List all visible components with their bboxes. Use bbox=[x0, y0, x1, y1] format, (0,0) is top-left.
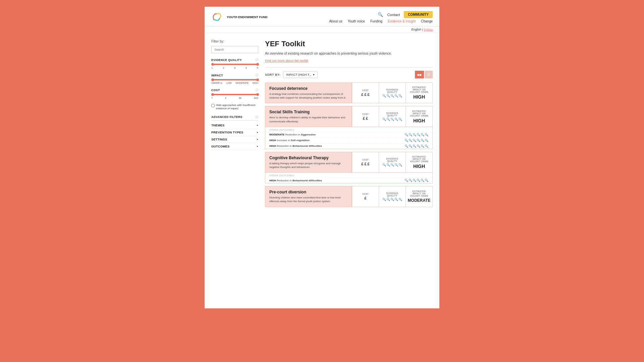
themes-label: THEMES bbox=[211, 124, 224, 127]
eq-metric-precourt: EVIDENCE QUALITY 🔍 🔍 🔍 🔍 🔍 bbox=[379, 186, 406, 206]
themes-filter-group[interactable]: THEMES ▸ bbox=[211, 122, 258, 129]
impact-label: IMPACT bbox=[211, 74, 223, 77]
sidebar: Filter by: EVIDENCE QUALITY ⓘ 12345 bbox=[211, 40, 258, 210]
page-container: YOUTH ENDOWMENT FUND 🔍 Contact COMMUNITY… bbox=[205, 7, 439, 308]
mag5: 🔍 bbox=[398, 118, 402, 121]
card-cbt-info[interactable]: Cognitive Behavioural Therapy A talking … bbox=[265, 152, 352, 172]
outcomes-label: OUTCOMES bbox=[211, 145, 229, 148]
content-area: YEF Toolkit An overview of existing rese… bbox=[265, 40, 433, 210]
hide-insufficient-checkbox[interactable] bbox=[211, 104, 215, 107]
prevention-types-filter-group[interactable]: PREVENTION TYPES ▸ bbox=[211, 129, 258, 136]
settings-chevron-icon: ▸ bbox=[257, 138, 258, 141]
hide-insufficient-checkbox-area: Hide approaches with Insufficient eviden… bbox=[211, 104, 258, 111]
card-social-skills-info[interactable]: Social Skills Training Aims to develop c… bbox=[265, 106, 352, 126]
sort-dropdown-arrow-icon: ▾ bbox=[313, 73, 315, 76]
nav-change[interactable]: Change bbox=[421, 19, 433, 23]
impact-value-cbt: HIGH bbox=[413, 164, 425, 169]
grid-view-button[interactable]: ■■ bbox=[415, 71, 424, 78]
settings-label: SETTINGS bbox=[211, 138, 227, 141]
advanced-filters-label: ADVANCED FILTERS bbox=[211, 115, 243, 119]
header-right: 🔍 Contact COMMUNITY About us Youth voice… bbox=[329, 11, 433, 23]
outcome-eq-behavioural: 🔍 🔍 🔍 🔍 🔍 🔍 bbox=[405, 144, 428, 148]
impact-metric-social-skills: ESTIMATED IMPACT ON VIOLENT CRIME HIGH bbox=[406, 106, 432, 126]
impact-metric-focused-deterrence: ESTIMATED IMPACT ON VIOLENT CRIME HIGH bbox=[406, 83, 432, 103]
card-cbt-desc: A talking therapy which helps people rec… bbox=[269, 162, 347, 169]
card-cbt: Cognitive Behavioural Therapy A talking … bbox=[265, 152, 433, 183]
card-focused-deterrence-info[interactable]: Focused deterrence A strategy that combi… bbox=[265, 83, 352, 103]
cost-info-icon[interactable]: ⓘ bbox=[256, 88, 258, 92]
other-outcomes-social-skills: OTHER OUTCOMES MODERATE Reduction in Agg… bbox=[265, 127, 432, 149]
card-social-skills-desc: Aims to develop children's ability to re… bbox=[269, 116, 347, 123]
nav-youth-voice[interactable]: Youth voice bbox=[348, 19, 365, 23]
evidence-quality-filter: EVIDENCE QUALITY ⓘ 12345 bbox=[211, 58, 258, 69]
eq-metric-focused-deterrence: EVIDENCE QUALITY 🔍 🔍 🔍 🔍 🔍 bbox=[379, 83, 406, 103]
mag1: 🔍 bbox=[382, 118, 386, 121]
logo-text: YOUTH ENDOWMENT FUND bbox=[227, 15, 268, 19]
prevention-types-chevron-icon: ▸ bbox=[257, 131, 258, 134]
settings-filter-group[interactable]: SETTINGS ▸ bbox=[211, 136, 258, 143]
list-view-button[interactable]: ☰ bbox=[425, 71, 433, 78]
nav-evidence[interactable]: Evidence & Insight bbox=[388, 19, 416, 23]
search-input[interactable] bbox=[211, 46, 258, 53]
advanced-filters-info-icon[interactable]: ⓘ bbox=[256, 115, 258, 119]
cost-labels: ?££££££ bbox=[211, 97, 258, 100]
impact-info-icon[interactable]: ⓘ bbox=[256, 73, 258, 77]
evidence-quality-slider[interactable] bbox=[211, 64, 258, 65]
filter-by-label: Filter by: bbox=[211, 40, 258, 43]
cost-metric-cbt: COST £ £ £ bbox=[352, 152, 379, 172]
search-icon[interactable]: 🔍 bbox=[378, 12, 383, 17]
cost-metric-focused-deterrence: COST £ £ £ bbox=[352, 83, 379, 103]
contact-link[interactable]: Contact bbox=[387, 13, 400, 17]
outcome-row-behavioural[interactable]: HIGH Reduction in Behavioural difficulti… bbox=[265, 143, 432, 149]
sort-dropdown[interactable]: IMPACT (HIGH T... ▾ bbox=[283, 71, 318, 78]
nav-funding[interactable]: Funding bbox=[370, 19, 382, 23]
toolkit-link[interactable]: Find out more about the toolkit bbox=[265, 59, 433, 62]
lang-cymru[interactable]: Cymru bbox=[424, 28, 433, 31]
sort-value: IMPACT (HIGH T... bbox=[286, 73, 312, 76]
outcome-row-self-regulation[interactable]: HIGH Increase in Self-regulation 🔍 🔍 🔍 🔍… bbox=[265, 137, 432, 143]
eq-icons-social-skills: 🔍 🔍 🔍 🔍 🔍 bbox=[382, 118, 402, 121]
nav-about[interactable]: About us bbox=[329, 19, 342, 23]
lang-english[interactable]: English bbox=[412, 28, 422, 31]
header-top-right: 🔍 Contact COMMUNITY bbox=[378, 11, 433, 18]
card-cbt-title: Cognitive Behavioural Therapy bbox=[269, 156, 347, 160]
impact-slider[interactable] bbox=[211, 79, 258, 80]
mag3: 🔍 bbox=[390, 118, 394, 121]
evidence-quality-info-icon[interactable]: ⓘ bbox=[256, 58, 258, 62]
evidence-quality-labels: 12345 bbox=[211, 66, 258, 69]
community-button[interactable]: COMMUNITY bbox=[404, 11, 433, 18]
themes-chevron-icon: ▸ bbox=[257, 124, 258, 127]
impact-value-focused-deterrence: HIGH bbox=[413, 94, 425, 100]
divider bbox=[265, 67, 433, 67]
outcomes-filter-group[interactable]: OUTCOMES ▸ bbox=[211, 143, 258, 150]
outcome-eq-cbt-behavioural: 🔍 🔍 🔍 🔍 🔍 🔍 bbox=[405, 179, 428, 182]
evidence-quality-label: EVIDENCE QUALITY bbox=[211, 58, 242, 62]
sort-bar: SORT BY: IMPACT (HIGH T... ▾ ■■ ☰ bbox=[265, 71, 433, 78]
card-social-skills: Social Skills Training Aims to develop c… bbox=[265, 106, 433, 149]
card-focused-deterrence-title: Focused deterrence bbox=[269, 86, 347, 91]
other-outcomes-cbt: OTHER OUTCOMES HIGH Reduction in Behavio… bbox=[265, 172, 432, 183]
header: YOUTH ENDOWMENT FUND 🔍 Contact COMMUNITY… bbox=[205, 7, 439, 26]
mag3: 🔍 bbox=[390, 94, 394, 98]
outcome-eq-aggression: 🔍 🔍 🔍 🔍 🔍 🔍 bbox=[405, 133, 428, 136]
card-precourt-title: Pre-court diversion bbox=[269, 190, 347, 194]
view-toggle: ■■ ☰ bbox=[415, 71, 433, 78]
page-title: YEF Toolkit bbox=[265, 40, 433, 48]
nav-links: About us Youth voice Funding Evidence & … bbox=[329, 19, 433, 23]
outcome-row-cbt-behavioural[interactable]: HIGH Reduction in Behavioural difficulti… bbox=[265, 177, 432, 183]
cost-metric-social-skills: COST £ £ bbox=[352, 106, 379, 126]
impact-metric-cbt: ESTIMATED IMPACT ON VIOLENT CRIME HIGH bbox=[406, 152, 432, 172]
main-content: Filter by: EVIDENCE QUALITY ⓘ 12345 bbox=[205, 33, 439, 217]
outcomes-chevron-icon: ▸ bbox=[257, 145, 258, 148]
card-precourt: Pre-court diversion Diverting children w… bbox=[265, 186, 433, 207]
prevention-types-label: PREVENTION TYPES bbox=[211, 131, 243, 134]
logo-area: YOUTH ENDOWMENT FUND bbox=[211, 11, 268, 23]
cost-slider[interactable] bbox=[211, 94, 258, 95]
advanced-filters: ADVANCED FILTERS ⓘ THEMES ▸ PREVENTION T… bbox=[211, 114, 258, 150]
mag1: 🔍 bbox=[382, 94, 386, 98]
cost-filter: COST ⓘ ?££££££ bbox=[211, 88, 258, 100]
mag4: 🔍 bbox=[394, 94, 398, 98]
outcome-row-aggression[interactable]: MODERATE Reduction in Aggression 🔍 🔍 🔍 🔍… bbox=[265, 132, 432, 137]
outcome-text-cbt-behavioural: HIGH Reduction in Behavioural difficulti… bbox=[269, 179, 322, 182]
card-precourt-info[interactable]: Pre-court diversion Diverting children w… bbox=[265, 186, 352, 206]
